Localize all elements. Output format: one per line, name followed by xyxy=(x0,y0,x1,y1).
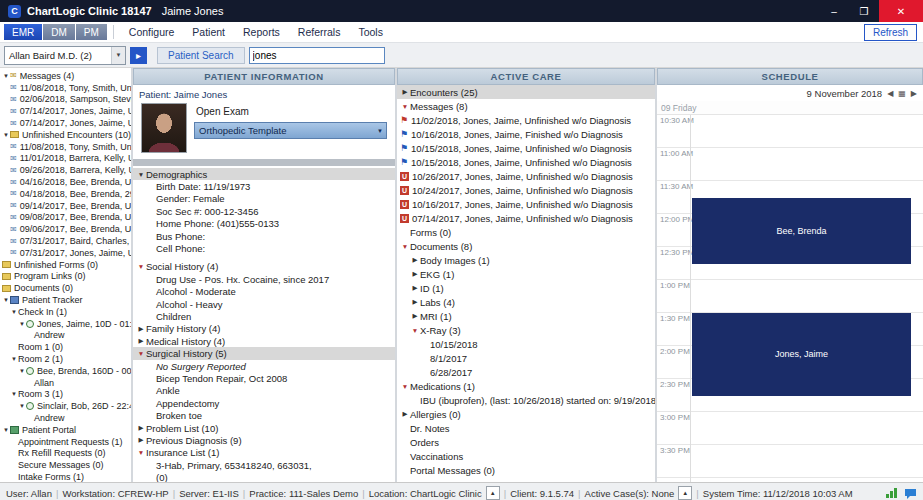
chat-icon[interactable] xyxy=(904,488,917,499)
patient-search-input[interactable] xyxy=(249,47,385,64)
tree-row[interactable]: ▼Medications (1) xyxy=(397,379,655,393)
tree-row[interactable]: ▼Room 2 (1) xyxy=(0,353,131,365)
tree-row[interactable]: ▼Check In (1) xyxy=(0,306,131,318)
tree-row[interactable]: No Surgery Reported xyxy=(133,360,395,372)
prev-day-button[interactable]: ◀ xyxy=(887,89,893,98)
tree-row[interactable]: Alcohol - Heavy xyxy=(133,298,395,310)
tab-emr[interactable]: EMR xyxy=(4,24,42,40)
tree-row[interactable]: Andrew xyxy=(0,412,131,424)
tree-row[interactable]: ▼Social History (4) xyxy=(133,261,395,273)
calendar-view-button[interactable]: ▦ xyxy=(898,89,906,98)
tree-row[interactable]: Drug Use - Pos. Hx. Cocaine, since 2017 xyxy=(133,273,395,285)
collapse-arrow-icon[interactable]: ▶ xyxy=(400,410,410,418)
collapse-arrow-icon[interactable]: ▶ xyxy=(410,298,420,306)
tree-row[interactable]: U07/14/2017, Jones, Jaime, Unfinished w/… xyxy=(397,211,655,225)
menu-reports[interactable]: Reports xyxy=(234,26,289,38)
tree-row[interactable]: Intake Forms (1) xyxy=(0,471,131,482)
tree-row[interactable]: ⚑11/02/2018, Jones, Jaime, Unfinished w/… xyxy=(397,113,655,127)
menu-referrals[interactable]: Referrals xyxy=(289,26,350,38)
expand-arrow-icon[interactable]: ▼ xyxy=(10,309,18,315)
menu-tools[interactable]: Tools xyxy=(349,26,392,38)
collapse-arrow-icon[interactable]: ▶ xyxy=(400,88,410,96)
tree-row[interactable]: U10/26/2017, Jones, Jaime, Unfinished w/… xyxy=(397,169,655,183)
tree-row[interactable]: ▶Family History (4) xyxy=(133,323,395,335)
collapse-arrow-icon[interactable]: ▶ xyxy=(410,270,420,278)
tree-row[interactable]: Appendectomy xyxy=(133,397,395,409)
expand-arrow-icon[interactable]: ▼ xyxy=(10,391,18,397)
tree-row[interactable]: ✉11/08/2018, Tony, Smith, Unfinished w/o xyxy=(0,82,131,94)
tree-row[interactable]: ▶EKG (1) xyxy=(397,267,655,281)
expand-arrow-icon[interactable]: ▼ xyxy=(2,132,10,138)
tab-dm[interactable]: DM xyxy=(43,24,75,40)
tree-row[interactable]: ✉02/06/2018, Sampson, Stevie, Unfinished xyxy=(0,94,131,106)
tree-row[interactable]: ▼Bee, Brenda, 160D - 00:31:38 xyxy=(0,365,131,377)
tree-row[interactable]: ▼✉Messages (4) xyxy=(0,70,131,82)
tree-row[interactable]: ✉07/31/2017, Jones, Jaime, Unfinished w/… xyxy=(0,247,131,259)
expand-arrow-icon[interactable]: ▼ xyxy=(18,403,26,409)
template-select[interactable]: Orthopedic Template ▼ xyxy=(194,122,387,139)
tree-row[interactable]: Allan xyxy=(0,377,131,389)
tree-row[interactable]: 8/1/2017 xyxy=(397,351,655,365)
tree-row[interactable]: ✉11/01/2018, Barrera, Kelly, Unfinished … xyxy=(0,153,131,165)
status-dropdown-button[interactable]: ▲ xyxy=(678,486,692,500)
tree-row[interactable]: 6/28/2017 xyxy=(397,365,655,379)
collapse-arrow-icon[interactable]: ▶ xyxy=(410,284,420,292)
tree-row[interactable]: Documents (0) xyxy=(0,282,131,294)
tree-row[interactable]: Ankle xyxy=(133,385,395,397)
maximize-button[interactable]: ❐ xyxy=(849,0,879,22)
tree-row[interactable]: ✉07/31/2017, Baird, Charles, M75.52-Burs… xyxy=(0,235,131,247)
schedule-slot[interactable]: 10:30 AM xyxy=(657,115,923,148)
tree-row[interactable]: ▶Body Images (1) xyxy=(397,253,655,267)
tree-row[interactable]: ▶Encounters (25) xyxy=(397,85,655,99)
expand-arrow-icon[interactable]: ▼ xyxy=(136,449,146,456)
tree-row[interactable]: ✉09/08/2017, Bee, Brenda, Unfinished w/o xyxy=(0,212,131,224)
menu-configure[interactable]: Configure xyxy=(120,26,184,38)
status-dropdown-button[interactable]: ▲ xyxy=(486,486,500,500)
menu-patient[interactable]: Patient xyxy=(183,26,234,38)
tree-row[interactable]: ▶Medical History (4) xyxy=(133,335,395,347)
provider-select[interactable]: Allan Baird M.D. (2) ▼ xyxy=(4,46,126,65)
appointment[interactable]: Jones, Jaime xyxy=(692,313,911,396)
tree-row[interactable]: Forms (0) xyxy=(397,225,655,239)
close-button[interactable]: ✕ xyxy=(879,0,923,22)
expand-arrow-icon[interactable]: ▼ xyxy=(2,427,10,433)
schedule-slot[interactable]: 3:00 PM xyxy=(657,412,923,445)
tree-row[interactable]: Gender: Female xyxy=(133,193,395,205)
expand-arrow-icon[interactable]: ▼ xyxy=(136,263,146,270)
tree-row[interactable]: ⚑10/15/2018, Jones, Jaime, Unfinished w/… xyxy=(397,141,655,155)
tree-row[interactable]: Cell Phone: xyxy=(133,242,395,254)
tree-row[interactable]: U10/24/2017, Jones, Jaime, Unfinished w/… xyxy=(397,183,655,197)
network-status-icon[interactable] xyxy=(886,488,898,498)
schedule-slot[interactable]: 1:00 PM xyxy=(657,280,923,313)
refresh-button[interactable]: Refresh xyxy=(864,24,917,41)
tree-row[interactable]: ▼Patient Tracker xyxy=(0,294,131,306)
tree-row[interactable]: ▶Allergies (0) xyxy=(397,407,655,421)
tree-row[interactable]: ✉07/14/2017, Jones, Jaime, Unfinished w/… xyxy=(0,105,131,117)
expand-arrow-icon[interactable]: ▼ xyxy=(18,321,26,327)
expand-arrow-icon[interactable]: ▼ xyxy=(18,368,26,374)
tree-row[interactable]: ▼Unfinished Encounters (10) xyxy=(0,129,131,141)
tree-row[interactable]: Appointment Requests (1) xyxy=(0,436,131,448)
collapse-arrow-icon[interactable]: ▶ xyxy=(136,337,146,345)
collapse-arrow-icon[interactable]: ▶ xyxy=(136,436,146,444)
tree-row[interactable]: ✉09/06/2017, Bee, Brenda, Unfinished w/o xyxy=(0,223,131,235)
tree-row[interactable]: Bus Phone: xyxy=(133,230,395,242)
tree-row[interactable]: ▼Documents (8) xyxy=(397,239,655,253)
appointment[interactable]: Bee, Brenda xyxy=(692,198,911,264)
patient-search-label[interactable]: Patient Search xyxy=(157,47,245,64)
tree-row[interactable]: Secure Messages (0) xyxy=(0,459,131,471)
tree-row[interactable]: ▶ID (1) xyxy=(397,281,655,295)
next-day-button[interactable]: ▶ xyxy=(911,89,917,98)
collapse-arrow-icon[interactable]: ▶ xyxy=(136,325,146,333)
tree-row[interactable]: IBU (ibuprofen), (last: 10/26/2018) star… xyxy=(397,393,655,407)
tree-row[interactable]: Birth Date: 11/19/1973 xyxy=(133,180,395,192)
tree-row[interactable]: ✉11/08/2018, Tony, Smith, Unfinished w/o xyxy=(0,141,131,153)
expand-arrow-icon[interactable]: ▼ xyxy=(400,243,410,250)
tree-row[interactable]: Home Phone: (401)555-0133 xyxy=(133,218,395,230)
tree-row[interactable]: Room 1 (0) xyxy=(0,341,131,353)
tree-row[interactable]: Andrew xyxy=(0,330,131,342)
expand-arrow-icon[interactable]: ▼ xyxy=(136,171,146,178)
tree-row[interactable]: ▼Messages (8) xyxy=(397,99,655,113)
tree-row[interactable]: Dr. Notes xyxy=(397,421,655,435)
tree-row[interactable]: ▶MRI (1) xyxy=(397,309,655,323)
